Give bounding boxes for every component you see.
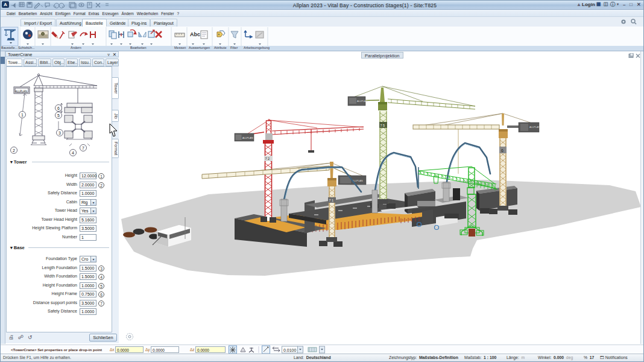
svg-text:2: 2: [13, 148, 15, 153]
svg-text:5: 5: [57, 113, 60, 118]
svg-text:0.0100: 0.0100: [283, 348, 297, 352]
svg-text:6: 6: [57, 106, 60, 110]
svg-text:ALLPLAN: ALLPLAN: [15, 90, 27, 93]
svg-text:4: 4: [72, 151, 74, 155]
svg-text:ALLPLAN: ALLPLAN: [529, 125, 540, 129]
svg-text:1: 1: [21, 113, 24, 117]
svg-text:ALLPLAN: ALLPLAN: [357, 100, 368, 103]
svg-text:6: 6: [501, 148, 504, 153]
svg-text:3: 3: [58, 131, 61, 135]
svg-text:Abc: Abc: [190, 31, 200, 37]
svg-text:7: 7: [82, 146, 84, 150]
svg-text:7 1: 7 1: [329, 198, 334, 202]
svg-text:ALLPLAN: ALLPLAN: [242, 136, 253, 139]
svg-text:7 5: 7 5: [380, 124, 385, 127]
svg-text:7 2: 7 2: [265, 157, 270, 160]
